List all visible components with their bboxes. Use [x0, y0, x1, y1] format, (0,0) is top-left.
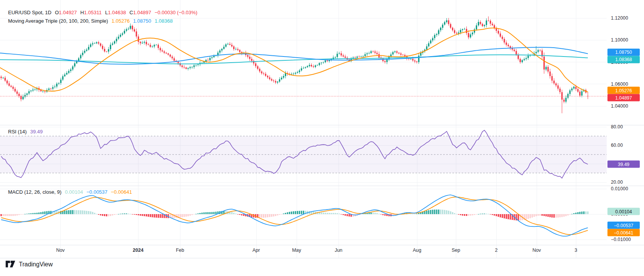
rsi-value-badge: 39.49 [607, 161, 640, 168]
rsi-legend-row[interactable]: RSI (14) 39.49 [8, 127, 43, 136]
tradingview-logo-icon [5, 260, 16, 269]
last-price-badge: 1.04897 [607, 94, 640, 101]
tradingview-logo[interactable]: TradingView [5, 260, 53, 269]
macd-signal-badge: −0.00641 [607, 229, 640, 236]
open-value: 1.04927 [59, 10, 77, 15]
ma200-value: 1.08368 [155, 18, 173, 24]
ohlc-high: H1.05311 [80, 10, 102, 15]
macd-legend-row[interactable]: MACD (12, 26, close, 9) 0.00104 −0.00537… [8, 188, 132, 196]
low-label: L [105, 10, 108, 15]
rsi-value: 39.49 [30, 129, 43, 135]
symbol-legend-row[interactable]: EUR/USD Spot, 1D O1.04927 H1.05311 L1.04… [8, 8, 197, 17]
ma-legend-row[interactable]: Moving Average Triple (20, 100, 200, Sim… [8, 17, 197, 25]
rsi-legend: RSI (14) 39.49 [8, 127, 43, 136]
change-value: −0.00030 (−0.03%) [155, 10, 197, 15]
tradingview-chart-app: EUR/USD Spot, 1D O1.04927 H1.05311 L1.04… [0, 0, 644, 276]
high-label: H [80, 10, 84, 15]
time-axis[interactable] [0, 245, 607, 258]
main-legend: EUR/USD Spot, 1D O1.04927 H1.05311 L1.04… [8, 8, 197, 25]
close-value: 1.04897 [133, 10, 151, 15]
chart-canvas[interactable] [0, 0, 644, 276]
low-value: 1.04638 [108, 10, 126, 15]
candlestick-series [0, 17, 588, 113]
price-axis[interactable] [607, 0, 644, 258]
ma-title: Moving Average Triple (20, 100, 200, Sim… [8, 18, 108, 24]
ohlc-open: O1.04927 [55, 10, 77, 15]
ma20-price-badge: 1.05276 [607, 87, 640, 94]
tradingview-logo-text: TradingView [19, 261, 53, 268]
ma20-value: 1.05276 [112, 18, 130, 24]
macd-hist-badge: 0.00104 [607, 208, 640, 215]
ohlc-close: C1.04897 [129, 10, 151, 15]
symbol-title: EUR/USD Spot, 1D [8, 10, 52, 15]
macd-hist-value: 0.00104 [65, 189, 83, 195]
ma100-value: 1.08750 [133, 18, 151, 24]
open-label: O [55, 10, 59, 15]
macd-histogram [0, 209, 588, 221]
ma200-price-badge: 1.08368 [607, 56, 640, 63]
close-label: C [129, 10, 133, 15]
macd-signal-value: −0.00641 [111, 189, 132, 195]
macd-line-badge: −0.00537 [607, 222, 640, 229]
macd-title: MACD (12, 26, close, 9) [8, 189, 62, 195]
ohlc-low: L1.04638 [105, 10, 126, 15]
high-value: 1.05311 [84, 10, 102, 15]
macd-legend: MACD (12, 26, close, 9) 0.00104 −0.00537… [8, 188, 132, 196]
ma100-price-badge: 1.08750 [607, 48, 640, 56]
ma100-line [0, 47, 588, 64]
macd-line-value: −0.00537 [87, 189, 108, 195]
rsi-title: RSI (14) [8, 129, 27, 135]
